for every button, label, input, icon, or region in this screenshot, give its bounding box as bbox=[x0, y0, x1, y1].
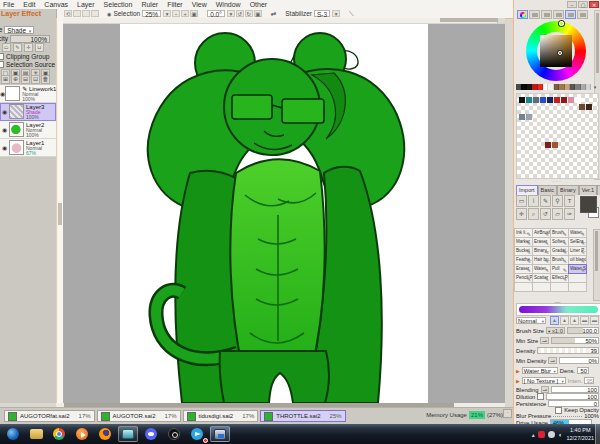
tab-basic[interactable]: Basic bbox=[538, 185, 557, 195]
angle-dropdown-icon[interactable]: ▾ bbox=[227, 10, 235, 17]
taskbar-clock[interactable]: 1:40 PM 12/27/2021 bbox=[566, 426, 594, 442]
hscroll-corner-button[interactable] bbox=[497, 18, 505, 23]
min-density-link-icon[interactable]: ⊸ bbox=[548, 357, 557, 364]
delete-layer-icon[interactable]: 🗑 bbox=[41, 75, 50, 84]
volume-icon[interactable]: ◖ bbox=[558, 431, 562, 438]
view2-icon[interactable] bbox=[91, 10, 99, 17]
zoom-reset-icon[interactable]: ▣ bbox=[190, 10, 198, 17]
explorer-icon[interactable] bbox=[26, 426, 46, 442]
blending-link-icon[interactable]: ⊸ bbox=[541, 386, 550, 393]
palette-swatch[interactable] bbox=[575, 97, 581, 103]
min-size-value[interactable]: 50% bbox=[551, 337, 599, 344]
canvas-workspace[interactable] bbox=[63, 18, 505, 403]
dilution-checkbox[interactable] bbox=[537, 393, 544, 400]
select-rect-icon[interactable]: ▭ bbox=[516, 195, 527, 207]
telegram-icon[interactable] bbox=[187, 426, 207, 442]
angle-reset-icon[interactable]: ▣ bbox=[254, 10, 262, 17]
palette-swatch[interactable] bbox=[540, 97, 546, 103]
menu-item-filter[interactable]: Filter bbox=[167, 1, 183, 8]
menu-item-ruler[interactable]: Ruler bbox=[141, 1, 158, 8]
hand-tool-icon[interactable]: ▱ bbox=[552, 208, 563, 220]
lasso-icon[interactable]: ⌇ bbox=[528, 195, 539, 207]
menu-item-other[interactable]: Other bbox=[250, 1, 268, 8]
dens-value[interactable]: 50 bbox=[577, 367, 589, 374]
layer-row-layer1[interactable]: ◉Layer1Normal67% bbox=[0, 139, 56, 157]
palette-resize-handle[interactable]: ··· bbox=[514, 178, 600, 184]
palette-swatch[interactable] bbox=[526, 97, 532, 103]
min-density-value[interactable]: 0% bbox=[559, 357, 599, 364]
brush-shape-icon-1[interactable]: ▲ bbox=[560, 316, 569, 325]
palette-swatch[interactable] bbox=[552, 142, 558, 148]
brush-empty-cell[interactable] bbox=[568, 282, 587, 292]
brush-shape-icon-2[interactable]: ▲ bbox=[570, 316, 579, 325]
lock-move-icon[interactable]: ✛ bbox=[24, 43, 33, 52]
scratchpad-icon[interactable] bbox=[577, 10, 588, 19]
eyedropper-icon[interactable]: ✑ bbox=[564, 208, 575, 220]
fill-icon[interactable]: ⊡ bbox=[31, 75, 40, 84]
hsv-slider-icon[interactable] bbox=[541, 10, 552, 19]
move-tool-icon[interactable]: ✛ bbox=[516, 208, 527, 220]
tray-app-icon[interactable] bbox=[548, 431, 555, 438]
tab-ver1[interactable]: Ver.1 bbox=[579, 185, 598, 195]
brush-watersmo[interactable]: Water Smo✎ bbox=[568, 264, 587, 274]
obs-icon[interactable] bbox=[164, 426, 184, 442]
paint-window-icon[interactable] bbox=[118, 426, 138, 442]
rgb-slider-icon[interactable] bbox=[529, 10, 540, 19]
menu-item-view[interactable]: View bbox=[192, 1, 207, 8]
lock-draw-icon[interactable]: ✎ bbox=[13, 43, 22, 52]
layer-row-layer3[interactable]: ◉Layer3Shade100% bbox=[0, 103, 56, 121]
palette-swatch[interactable] bbox=[526, 114, 532, 120]
notification-icon[interactable] bbox=[538, 431, 545, 438]
discord-icon[interactable] bbox=[141, 426, 161, 442]
sv-marker[interactable] bbox=[558, 51, 562, 55]
brush-grid-scrollbar[interactable] bbox=[593, 229, 600, 301]
hidden-icons-arrow[interactable]: ▴ bbox=[532, 431, 535, 438]
lock-alpha-icon[interactable]: ▭ bbox=[2, 43, 11, 52]
palette-swatch[interactable] bbox=[533, 97, 539, 103]
stabilizer-dropdown-icon[interactable]: ▾ bbox=[332, 10, 340, 17]
color-wheel[interactable] bbox=[526, 21, 586, 81]
color-scroll-thumb[interactable] bbox=[596, 13, 599, 73]
texture-expand-arrow-icon[interactable]: ▶ bbox=[516, 378, 520, 384]
menu-item-selection[interactable]: Selection bbox=[104, 1, 133, 8]
brush-shape-icon-4[interactable]: ▬ bbox=[590, 316, 599, 325]
palette-swatch[interactable] bbox=[568, 97, 574, 103]
stabilizer-value[interactable]: S-3 bbox=[314, 10, 330, 17]
doc-tab-throttlesai2[interactable]: THROTTLE.sai225% bbox=[260, 410, 345, 422]
brush-scroll-thumb[interactable] bbox=[595, 231, 598, 271]
mixer-icon[interactable] bbox=[553, 10, 564, 19]
clipping-checkbox[interactable] bbox=[0, 53, 4, 60]
text-tool-icon[interactable]: T bbox=[564, 195, 575, 207]
clear-icon[interactable]: ⊟ bbox=[21, 75, 30, 84]
layer-visibility-eye-icon[interactable]: ◉ bbox=[0, 108, 9, 115]
blending-value[interactable]: 100 bbox=[551, 386, 599, 393]
view-icon[interactable] bbox=[82, 10, 90, 17]
spacer-icon[interactable] bbox=[73, 10, 81, 17]
layer-visibility-eye-icon[interactable]: ◉ bbox=[0, 144, 9, 151]
min-size-link-icon[interactable]: ⊸ bbox=[540, 337, 549, 344]
rotate-cw-icon[interactable]: ↻ bbox=[245, 10, 253, 17]
brush-size-scale[interactable]: ▾ x1.0 bbox=[546, 327, 565, 334]
canvas-horizontal-scrollbar[interactable] bbox=[63, 18, 505, 24]
angle-value[interactable]: 0.0° bbox=[207, 10, 225, 17]
selection-source-checkbox[interactable] bbox=[0, 61, 4, 68]
brush-empty-cell[interactable] bbox=[550, 282, 569, 292]
palette-swatch[interactable] bbox=[519, 114, 525, 120]
palette-swatch[interactable] bbox=[554, 97, 560, 103]
selection-source-row[interactable]: Selection Source bbox=[0, 60, 57, 69]
tab-scroll-button[interactable]: · bbox=[503, 409, 512, 418]
minimize-button[interactable]: − bbox=[567, 1, 577, 8]
palette-swatch[interactable] bbox=[586, 104, 592, 110]
close-button[interactable]: ✕ bbox=[589, 1, 599, 8]
lock-all-icon[interactable]: ⊔ bbox=[35, 43, 44, 52]
layer-row-linework1[interactable]: ◉✎ Linework1Normal100% bbox=[0, 85, 56, 103]
color-wheel-icon[interactable] bbox=[517, 10, 528, 19]
dilution-value[interactable]: 100 bbox=[546, 393, 599, 400]
edge-blur-select[interactable]: Water Blur▾ bbox=[522, 367, 558, 374]
palette-swatch[interactable] bbox=[519, 97, 525, 103]
density-slider[interactable]: 39 bbox=[537, 347, 599, 354]
menu-item-edit[interactable]: Edit bbox=[23, 1, 35, 8]
swatch-palette[interactable] bbox=[516, 93, 599, 179]
transfer-icon[interactable]: ⊞ bbox=[1, 75, 10, 84]
tab-import[interactable]: Import bbox=[516, 185, 538, 195]
